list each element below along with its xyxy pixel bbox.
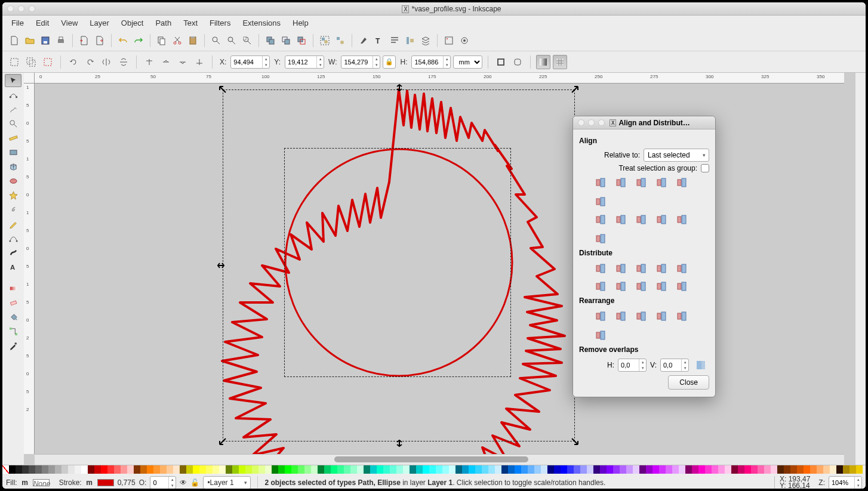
exchange-z-icon[interactable] xyxy=(633,308,650,324)
selector-tool-icon[interactable] xyxy=(5,74,21,87)
overlap-h-input[interactable]: ▴▾ xyxy=(618,359,647,372)
cut-icon[interactable] xyxy=(170,33,184,48)
dist-gap-h-icon[interactable] xyxy=(653,261,670,276)
color-swatch[interactable] xyxy=(186,465,193,474)
dialog-zoom-icon[interactable] xyxy=(598,119,605,126)
color-swatch[interactable] xyxy=(469,465,475,474)
color-swatch[interactable] xyxy=(561,465,567,474)
relative-to-select[interactable]: Last selected xyxy=(644,149,709,162)
color-swatch[interactable] xyxy=(232,465,239,474)
color-swatch[interactable] xyxy=(311,465,318,474)
color-swatch[interactable] xyxy=(567,465,574,474)
undo-icon[interactable] xyxy=(116,33,130,48)
align-text-v-icon[interactable] xyxy=(592,231,609,246)
ungroup-icon[interactable] xyxy=(333,33,347,48)
color-swatch[interactable] xyxy=(738,465,744,474)
color-swatch[interactable] xyxy=(764,465,771,474)
select-all-layers-icon[interactable] xyxy=(24,55,38,69)
color-swatch[interactable] xyxy=(180,465,186,474)
color-swatch[interactable] xyxy=(94,465,101,474)
affect-gradient-icon[interactable] xyxy=(536,55,550,69)
h-input[interactable]: ▴▾ xyxy=(411,55,451,69)
color-swatch[interactable] xyxy=(830,465,836,474)
redo-icon[interactable] xyxy=(131,33,146,48)
flip-v-icon[interactable] xyxy=(116,55,131,69)
tweak-tool-icon[interactable] xyxy=(5,103,21,116)
affect-corners-icon[interactable] xyxy=(510,55,525,69)
color-swatch[interactable] xyxy=(672,465,679,474)
dist-center-h-icon[interactable] xyxy=(612,261,629,276)
exchange-pos-icon[interactable] xyxy=(612,308,629,324)
color-swatch[interactable] xyxy=(856,465,863,474)
export-icon[interactable] xyxy=(93,33,107,48)
align-right-edge-icon[interactable] xyxy=(673,175,690,190)
color-swatch[interactable] xyxy=(68,465,75,474)
color-swatch[interactable] xyxy=(396,465,403,474)
text-tool-icon[interactable]: A xyxy=(5,260,21,273)
color-swatch[interactable] xyxy=(344,465,350,474)
color-swatch[interactable] xyxy=(206,465,213,474)
no-color-swatch[interactable] xyxy=(2,465,9,474)
close-button[interactable]: Close xyxy=(668,375,709,390)
color-swatch[interactable] xyxy=(797,465,804,474)
color-swatch[interactable] xyxy=(153,465,160,474)
spiral-tool-icon[interactable] xyxy=(5,203,21,216)
color-swatch[interactable] xyxy=(390,465,396,474)
color-swatch[interactable] xyxy=(698,465,705,474)
color-swatch[interactable] xyxy=(593,465,600,474)
x-input[interactable]: ▴▾ xyxy=(230,55,270,69)
color-swatch[interactable] xyxy=(692,465,698,474)
color-swatch[interactable] xyxy=(252,465,258,474)
color-swatch[interactable] xyxy=(554,465,561,474)
zoom-window-icon[interactable] xyxy=(29,5,35,12)
resize-handle-nw-icon[interactable] xyxy=(218,85,227,94)
align-left-edge-icon[interactable] xyxy=(592,175,609,190)
bucket-tool-icon[interactable] xyxy=(5,310,21,323)
rect-tool-icon[interactable] xyxy=(5,146,21,159)
menu-edit[interactable]: Edit xyxy=(30,17,54,29)
randomize-icon[interactable] xyxy=(653,308,670,324)
unlink-clone-icon[interactable] xyxy=(294,33,309,48)
dist-gap-v-icon[interactable] xyxy=(653,279,670,294)
eraser-tool-icon[interactable] xyxy=(5,296,21,309)
color-swatch[interactable] xyxy=(574,465,580,474)
color-swatch[interactable] xyxy=(416,465,423,474)
color-swatch[interactable] xyxy=(817,465,823,474)
resize-handle-se-icon[interactable] xyxy=(571,437,579,446)
color-swatch[interactable] xyxy=(679,465,685,474)
color-swatch[interactable] xyxy=(42,465,48,474)
color-swatch[interactable] xyxy=(173,465,180,474)
menu-text[interactable]: Text xyxy=(178,17,203,29)
dist-right-icon[interactable] xyxy=(633,261,650,276)
color-swatch[interactable] xyxy=(285,465,291,474)
stroke-swatch[interactable] xyxy=(97,479,114,486)
raise-icon[interactable] xyxy=(159,55,173,69)
minimize-window-icon[interactable] xyxy=(18,5,24,12)
color-swatch[interactable] xyxy=(304,465,311,474)
menu-extensions[interactable]: Extensions xyxy=(237,17,286,29)
paste-icon[interactable] xyxy=(186,33,200,48)
color-swatch[interactable] xyxy=(226,465,232,474)
color-swatch[interactable] xyxy=(751,465,758,474)
color-swatch[interactable] xyxy=(383,465,390,474)
resize-handle-n-icon[interactable] xyxy=(395,84,404,92)
color-swatch[interactable] xyxy=(482,465,488,474)
color-swatch[interactable] xyxy=(600,465,607,474)
menu-layer[interactable]: Layer xyxy=(84,17,115,29)
doc-prefs-icon[interactable] xyxy=(457,33,472,48)
color-swatch[interactable] xyxy=(758,465,764,474)
save-icon[interactable] xyxy=(38,33,53,48)
close-window-icon[interactable] xyxy=(7,5,14,12)
align-center-h-icon[interactable] xyxy=(633,175,650,190)
bezier-tool-icon[interactable] xyxy=(5,231,21,245)
color-swatch[interactable] xyxy=(318,465,324,474)
align-top-edge-icon[interactable] xyxy=(592,212,609,227)
group-icon[interactable] xyxy=(318,33,332,48)
lock-aspect-icon[interactable]: 🔒 xyxy=(383,55,396,69)
color-swatch[interactable] xyxy=(547,465,554,474)
color-swatch[interactable] xyxy=(410,465,416,474)
align-top-icon[interactable] xyxy=(612,212,629,227)
dropper-tool-icon[interactable] xyxy=(5,339,21,352)
color-swatch[interactable] xyxy=(455,465,462,474)
graph-layout-icon[interactable] xyxy=(592,308,609,324)
